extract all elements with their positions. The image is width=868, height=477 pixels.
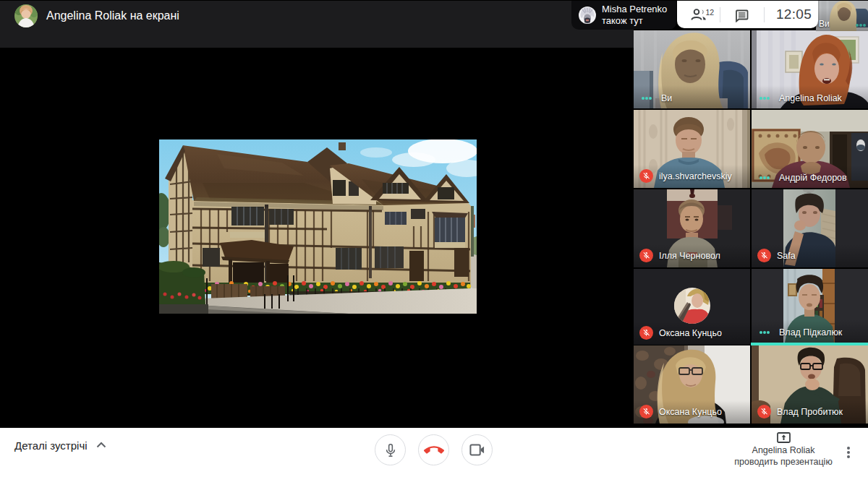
svg-text:12: 12	[706, 9, 715, 17]
